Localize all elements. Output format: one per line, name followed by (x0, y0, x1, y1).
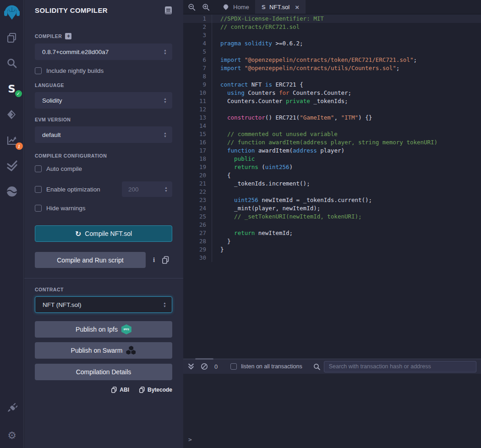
code-line-12[interactable]: 12 (183, 105, 481, 114)
transaction-search-input[interactable] (324, 361, 476, 372)
search-icon[interactable] (3, 54, 21, 72)
unit-testing-icon[interactable] (3, 157, 21, 175)
code-line-19[interactable]: 19 returns (uint256) (183, 163, 481, 171)
tab-nft-sol[interactable]: S NFT.sol × (256, 0, 306, 14)
enable-optimization-checkbox[interactable] (35, 186, 42, 193)
zoom-in-icon[interactable] (202, 3, 210, 11)
code-line-27[interactable]: 27 return newItemId; (183, 229, 481, 237)
line-number: 23 (183, 196, 212, 204)
code-line-15[interactable]: 15 // commented out unused variable (183, 130, 481, 138)
code-line-2[interactable]: 2// contracts/ERC721.sol (183, 23, 481, 31)
chevron-updown-icon: ▲▼ (164, 49, 167, 55)
code-line-6[interactable]: 6import "@openzeppelin/contracts/token/E… (183, 56, 481, 64)
auto-compile-row: Auto compile (35, 165, 172, 172)
solidity-file-icon: S (262, 4, 266, 11)
copy-icon[interactable] (162, 256, 169, 264)
info-icon[interactable]: i (153, 256, 155, 264)
line-number: 6 (183, 56, 212, 64)
listen-transactions-checkbox[interactable] (230, 363, 237, 370)
code-line-20[interactable]: 20 { (183, 171, 481, 180)
contract-label: CONTRACT (35, 287, 172, 292)
code-line-16[interactable]: 16 // function awardItem(address player,… (183, 138, 481, 147)
clear-console-icon[interactable] (201, 363, 208, 370)
include-nightly-label: Include nightly builds (46, 67, 104, 74)
code-line-1[interactable]: 1//SPDX-License-Identifier: MIT (183, 15, 481, 23)
terminal-toolbar: 0 listen on all transactions (183, 359, 481, 374)
line-number: 12 (183, 105, 212, 114)
transaction-count: 0 (214, 363, 218, 370)
code-line-30[interactable]: 30 (183, 254, 481, 262)
line-number: 22 (183, 188, 212, 196)
auto-compile-checkbox[interactable] (35, 165, 42, 172)
code-line-18[interactable]: 18 public (183, 155, 481, 163)
solidity-compiler-icon[interactable]: S ✓ (3, 80, 21, 98)
chevron-updown-icon: ▲▼ (164, 132, 167, 138)
editor-tabbar: Home S NFT.sol × (183, 0, 481, 14)
code-line-4[interactable]: 4pragma solidity >=0.6.2; (183, 39, 481, 48)
code-line-14[interactable]: 14 (183, 122, 481, 130)
line-number: 8 (183, 72, 212, 81)
listen-transactions-row: listen on all transactions (230, 363, 302, 370)
copy-abi-button[interactable]: ABI (111, 387, 129, 393)
compile-success-badge: ✓ (15, 90, 22, 97)
compile-button[interactable]: ↻ Compile NFT.sol (35, 225, 172, 242)
compiler-version-select[interactable]: 0.8.7+commit.e28d00a7 ▲▼ (35, 44, 172, 60)
code-line-11[interactable]: 11 Counters.Counter private _tokenIds; (183, 97, 481, 105)
code-line-29[interactable]: 29} (183, 246, 481, 254)
file-explorer-icon[interactable] (3, 28, 21, 47)
section-divider (24, 278, 183, 279)
evm-version-select[interactable]: default ▲▼ (35, 126, 172, 143)
code-line-26[interactable]: 26 (183, 221, 481, 229)
code-line-13[interactable]: 13 constructor() ERC721("GameItem", "ITM… (183, 114, 481, 122)
contract-select[interactable]: NFT (NFT.sol) ▲▼ (35, 296, 172, 313)
code-line-3[interactable]: 3 (183, 31, 481, 39)
language-select[interactable]: Solidity ▲▼ (35, 92, 172, 109)
statistics-icon[interactable]: 1 (3, 131, 21, 149)
compilation-details-button[interactable]: Compilation Details (35, 364, 172, 380)
compiler-label: COMPILER (35, 33, 62, 39)
remix-logo-icon[interactable] (3, 3, 21, 21)
remix-home-icon (222, 3, 230, 11)
chevron-updown-icon: ▲▼ (164, 186, 168, 192)
line-number: 30 (183, 254, 212, 262)
code-line-5[interactable]: 5 (183, 48, 481, 56)
code-line-8[interactable]: 8 (183, 72, 481, 81)
close-tab-icon[interactable]: × (295, 3, 299, 11)
include-nightly-row: Include nightly builds (35, 67, 172, 74)
code-line-28[interactable]: 28 } (183, 237, 481, 246)
code-line-7[interactable]: 7import "@openzeppelin/contracts/utils/C… (183, 64, 481, 72)
icon-rail: S ✓ 1 (0, 0, 24, 448)
code-line-22[interactable]: 22 (183, 188, 481, 196)
compile-and-run-button[interactable]: Compile and Run script (35, 252, 146, 268)
terminal-output[interactable]: > (183, 374, 481, 447)
code-line-21[interactable]: 21 _tokenIds.increment(); (183, 180, 481, 188)
code-line-25[interactable]: 25 // _setTokenURI(newItemId, tokenURI); (183, 213, 481, 221)
copy-bytecode-button[interactable]: Bytecode (139, 387, 172, 393)
settings-icon[interactable]: ⚙ (3, 426, 21, 444)
publish-ipfs-button[interactable]: Publish on Ipfs IPFS (35, 321, 172, 338)
add-compiler-icon[interactable]: + (65, 33, 71, 39)
copy-icon (139, 387, 145, 393)
terminal-drag-handle[interactable] (195, 358, 213, 360)
plugin-manager-icon[interactable] (3, 399, 21, 418)
code-line-9[interactable]: 9contract NFT is ERC721 { (183, 81, 481, 89)
zoom-out-icon[interactable] (188, 3, 196, 11)
terminal-prompt: > (188, 436, 192, 443)
deploy-and-run-icon[interactable] (3, 105, 21, 124)
documentation-icon[interactable] (164, 6, 172, 15)
collapse-terminal-icon[interactable] (188, 363, 194, 370)
code-line-17[interactable]: 17 function awardItem(address player) (183, 147, 481, 155)
hide-warnings-row: Hide warnings (35, 205, 172, 212)
swarm-icon (126, 346, 136, 355)
hide-warnings-checkbox[interactable] (35, 205, 42, 212)
include-nightly-checkbox[interactable] (35, 67, 42, 74)
code-area[interactable]: 1//SPDX-License-Identifier: MIT2// contr… (183, 15, 481, 359)
publish-swarm-button[interactable]: Publish on Swarm (35, 342, 172, 359)
tab-home[interactable]: Home (216, 0, 256, 14)
code-line-24[interactable]: 24 _mint(player, newItemId); (183, 204, 481, 213)
code-line-23[interactable]: 23 uint256 newItemId = _tokenIds.current… (183, 196, 481, 204)
enable-optimization-label: Enable optimization (46, 186, 100, 193)
contract-value: NFT (NFT.sol) (43, 301, 82, 308)
sourcify-icon[interactable] (3, 182, 21, 201)
code-line-10[interactable]: 10 using Counters for Counters.Counter; (183, 89, 481, 97)
